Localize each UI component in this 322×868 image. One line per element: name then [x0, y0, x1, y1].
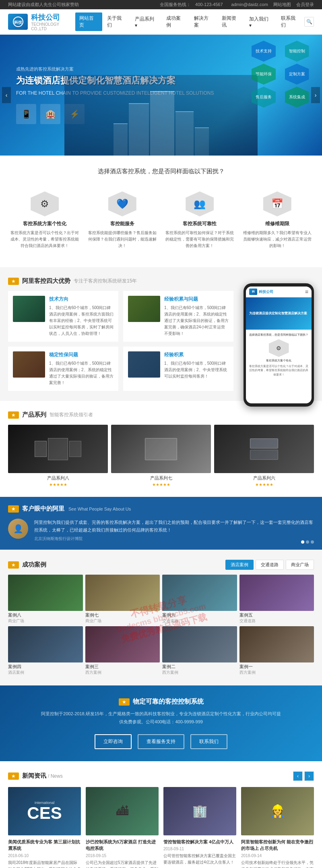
hex-item-5: 售后服务 — [252, 87, 276, 108]
product-name-1: 产品系列八 — [8, 475, 108, 481]
product-stars-3: ★★★★★ — [214, 482, 314, 487]
problem-icon-2: 💙 — [108, 191, 136, 216]
problem-icon-1: ⚙ — [31, 191, 59, 216]
news-img-4: 👷 — [241, 787, 314, 835]
news-title-3: 管控智能客控解决方案 4亿点中万人 — [163, 839, 236, 845]
problem-item-4: 📅 维修维期限 维修维的期限多久？我们希望有专业人员能够快速响应，减少对酒店正常… — [241, 185, 314, 255]
news-item-3[interactable]: 🏢 管控智能客控解决方案 4亿点中万人 2018-09-11 公司管控智能客控解… — [163, 787, 236, 868]
nav-products[interactable]: 产品系列 ▾ — [131, 13, 161, 31]
login-link[interactable]: 会员登录 — [296, 2, 314, 7]
case-label-5: 案例五 — [239, 612, 314, 618]
case-img-6 — [162, 575, 237, 611]
logo[interactable]: 科技 科技公司 TECHNOLOGY CO.,LTD — [8, 12, 75, 31]
nav-join[interactable]: 加入我们 ▾ — [245, 13, 276, 31]
mobile-problem-title: 选择酒店客控系统，您是否同样面临以下困扰？ — [249, 333, 308, 337]
cases-header: ★ 成功案例 酒店案例 交通道路 商业广场 — [8, 560, 314, 570]
cta-icon: ★ — [119, 698, 130, 706]
news-prev-btn[interactable]: ‹ — [293, 771, 303, 781]
nav-home[interactable]: 网站首页 — [75, 12, 102, 31]
nav-solutions[interactable]: 解决方案 — [190, 12, 217, 31]
adv-desc-3: 1、我们已有60个城市，500间口碑酒店的使用案例；2、系统的稳定性通过了大量实… — [49, 360, 114, 386]
adv-item-3: 稳定性保问题 1、我们已有60个城市，500间口碑酒店的使用案例；2、系统的稳定… — [8, 347, 118, 391]
advantages-icon: ★ — [8, 278, 19, 285]
cta-btn-contact[interactable]: 联系我们 — [190, 734, 227, 749]
problems-grid: ⚙ 客控系统方案个性化 客控系统方案是否可以个性化？出于对成本、灵活性的考量，希… — [8, 185, 314, 255]
problem-title-2: 客控能服务 — [88, 220, 157, 227]
case-type-7: 商业广场 — [85, 618, 160, 624]
search-button[interactable]: 🔍 — [304, 17, 314, 27]
adv-item-1: 技术方向 1、我们已有60个城市，500间口碑酒店的使用案例，客控系统方面我们有… — [8, 291, 118, 342]
nav-cases[interactable]: 成功案例 — [162, 12, 189, 31]
case-item-5[interactable]: 案例五 交通道路 — [239, 575, 314, 624]
adv-title-4: 经验积累 — [164, 351, 229, 358]
advantages-title: 阿里客控四大优势 — [22, 277, 70, 285]
problem-desc-1: 客控系统方案是否可以个性化？出于对成本、灵活性的考量，希望客控系统能符合我们酒店… — [10, 230, 80, 249]
case-item-1[interactable]: 案例一 西方案例 — [239, 626, 314, 675]
news-next-btn[interactable]: › — [304, 771, 314, 781]
case-label-8: 案例八 — [8, 612, 83, 618]
case-label-2: 案例二 — [162, 664, 237, 670]
hero-next-button[interactable]: › — [311, 87, 320, 103]
cta-buttons: 立即咨询 查看服务支持 联系我们 — [8, 734, 314, 749]
news-date-4: 2018-09-14 — [241, 853, 314, 858]
nav-news[interactable]: 新闻资讯 — [218, 12, 245, 31]
testi-title: 客户眼中的阿里 — [22, 505, 64, 513]
problem-desc-3: 客控系统的可靠性如何保证？对于系统的稳定性，需要有可靠的保障措施和完善的备用方案… — [165, 230, 235, 249]
news-img-icon-2: 🏙 — [116, 804, 128, 818]
product-item-3[interactable]: 产品系列六 ★★★★★ — [214, 425, 314, 487]
cta-btn-consult[interactable]: 立即咨询 — [95, 734, 132, 749]
case-item-3[interactable]: 案例三 西方案例 — [85, 626, 160, 675]
ces-big-text: CES — [27, 804, 62, 822]
mobile-hex: ⚙ — [269, 339, 289, 357]
nav-about[interactable]: 关于我们 — [103, 12, 130, 31]
case-type-4: 酒店案例 — [8, 670, 83, 675]
news-desc-2: 公司已为全国超过5万家酒店提供了先进的电控系统，系统稳定，服务专业，受到广泛好评… — [86, 860, 159, 868]
testi-dots — [301, 540, 314, 544]
product-item-2[interactable]: 产品系列七 ★★★★★ — [111, 425, 211, 487]
nav-contact[interactable]: 联系我们 — [277, 12, 304, 31]
cases-tab-commercial[interactable]: 商业广场 — [286, 560, 314, 570]
top-bar-left: 网站建设由成都人先生公司独家赞助 — [8, 2, 79, 8]
news-date-2: 2018-09-15 — [86, 853, 159, 858]
news-desc-1: 我司2018年度新品智能家居产品在国际知名展会CES上展出，受到了国内外众多买家… — [8, 860, 81, 868]
news-subtitle: / News — [48, 773, 63, 779]
mobile-hero: 为连锁酒店提供定制化智慧酒店解决方案 — [246, 297, 312, 330]
cta-btn-service[interactable]: 查看服务支持 — [138, 734, 184, 749]
problems-section: 选择酒店客控系统，您是否同样面临以下困扰？ ⚙ 客控系统方案个性化 客控系统方案… — [0, 156, 322, 267]
problems-title: 选择酒店客控系统，您是否同样面临以下困扰？ — [8, 168, 314, 175]
cases-row-top: 案例八 商业广场 案例七 商业广场 案例六 交通道路 案例五 交通道路 — [8, 575, 314, 624]
cases-tab-traffic[interactable]: 交通道路 — [256, 560, 284, 570]
news-item-1[interactable]: International CES 美闻优质系统专业为客 第三届计划抗震系统 2… — [8, 787, 81, 868]
cases-tab-hotel[interactable]: 酒店案例 — [225, 560, 254, 570]
sitemap-link[interactable]: 网站地图 — [273, 2, 291, 7]
phone-label: 全国服务热线： — [160, 2, 191, 7]
case-img-3 — [85, 626, 160, 662]
hex-item-4: 定制方案 — [285, 64, 309, 85]
cases-icon: ★ — [8, 561, 19, 569]
testi-content-area: 👤 阿里控制为我们提供了成套、完善的客控系统解决方案，超出了我们之前的预期，配合… — [8, 519, 314, 542]
email-link[interactable]: admin@daidz.com — [231, 2, 268, 7]
case-item-8[interactable]: 案例八 商业广场 — [8, 575, 83, 624]
case-img-4 — [8, 626, 83, 662]
cta-header: ★ 物定可靠的客控控制系统 — [8, 698, 314, 706]
problem-desc-4: 维修维的期限多久？我们希望有专业人员能够快速响应，减少对酒店正常运营的影响！ — [243, 230, 312, 249]
case-item-2[interactable]: 案例二 西方案例 — [162, 626, 237, 675]
svg-text:科技: 科技 — [14, 20, 23, 25]
adv-img-1 — [13, 296, 45, 322]
case-item-7[interactable]: 案例七 商业广场 — [85, 575, 160, 624]
case-item-4[interactable]: 案例四 酒店案例 — [8, 626, 83, 675]
hero-prev-button[interactable]: ‹ — [2, 87, 11, 103]
hex-item-2: 智能控制 — [285, 41, 309, 62]
case-img-5 — [239, 575, 314, 611]
news-item-2[interactable]: 🏙 沙巴控制系统为5万家酒店 打造先进电控系统 2018-09-15 公司已为全… — [86, 787, 159, 868]
case-img-8 — [8, 575, 83, 611]
testi-text: 阿里控制为我们提供了成套、完善的客控系统解决方案，超出了我们之前的预期，配合项目… — [34, 519, 314, 534]
hero-icon-1: 📱 — [16, 104, 36, 124]
news-item-4[interactable]: 👷 阿里智能客控创新为何 能在竞争激烈的市场上 占尽先机 2018-09-14 … — [241, 787, 314, 868]
problem-title-3: 客控系统可靠性 — [165, 220, 235, 227]
problem-item-1: ⚙ 客控系统方案个性化 客控系统方案是否可以个性化？出于对成本、灵活性的考量，希… — [8, 185, 82, 255]
product-item-1[interactable]: 产品系列八 ★★★★★ — [8, 425, 108, 487]
products-grid: 产品系列八 ★★★★★ 产品系列七 ★★★★★ 产品系列六 ★★★★★ — [8, 425, 314, 487]
case-item-6[interactable]: 案例六 交通道路 — [162, 575, 237, 624]
product-name-2: 产品系列七 — [111, 475, 211, 481]
